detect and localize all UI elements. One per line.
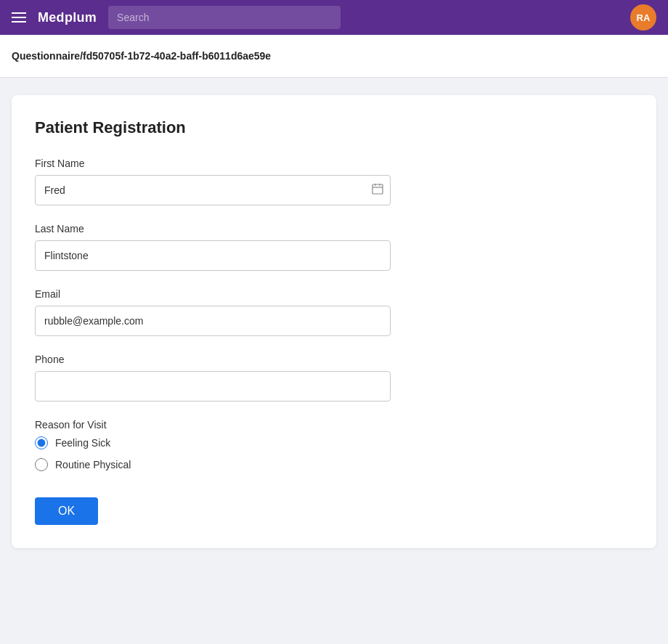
- form-title: Patient Registration: [35, 118, 633, 137]
- menu-icon[interactable]: [12, 12, 26, 23]
- navbar: Medplum RA: [0, 0, 668, 35]
- email-group: Email: [35, 288, 633, 336]
- first-name-label: First Name: [35, 158, 633, 169]
- phone-group: Phone: [35, 354, 633, 402]
- avatar[interactable]: RA: [630, 4, 656, 30]
- first-name-group: First Name: [35, 158, 633, 205]
- radio-routine-physical-input[interactable]: [35, 458, 48, 471]
- radio-routine-physical[interactable]: Routine Physical: [35, 458, 633, 471]
- last-name-input[interactable]: [35, 240, 391, 271]
- last-name-group: Last Name: [35, 223, 633, 271]
- main-content: Patient Registration First Name Last Nam…: [0, 78, 668, 643]
- email-label: Email: [35, 288, 633, 300]
- search-input[interactable]: [108, 6, 341, 29]
- reason-for-visit-label: Reason for Visit: [35, 419, 633, 431]
- first-name-input[interactable]: [35, 175, 391, 205]
- phone-label: Phone: [35, 354, 633, 365]
- breadcrumb: Questionnaire/fd50705f-1b72-40a2-baff-b6…: [12, 50, 271, 62]
- email-input[interactable]: [35, 306, 391, 336]
- radio-feeling-sick[interactable]: Feeling Sick: [35, 436, 633, 449]
- first-name-input-wrapper: [35, 175, 391, 205]
- breadcrumb-bar: Questionnaire/fd50705f-1b72-40a2-baff-b6…: [0, 35, 668, 78]
- phone-input[interactable]: [35, 371, 391, 402]
- form-card: Patient Registration First Name Last Nam…: [12, 95, 656, 548]
- radio-feeling-sick-label: Feeling Sick: [55, 437, 110, 449]
- radio-group: Feeling Sick Routine Physical: [35, 436, 633, 471]
- radio-feeling-sick-input[interactable]: [35, 436, 48, 449]
- brand-name: Medplum: [38, 10, 97, 25]
- ok-button[interactable]: OK: [35, 497, 98, 525]
- radio-routine-physical-label: Routine Physical: [55, 459, 131, 470]
- last-name-label: Last Name: [35, 223, 633, 235]
- reason-for-visit-group: Reason for Visit Feeling Sick Routine Ph…: [35, 419, 633, 471]
